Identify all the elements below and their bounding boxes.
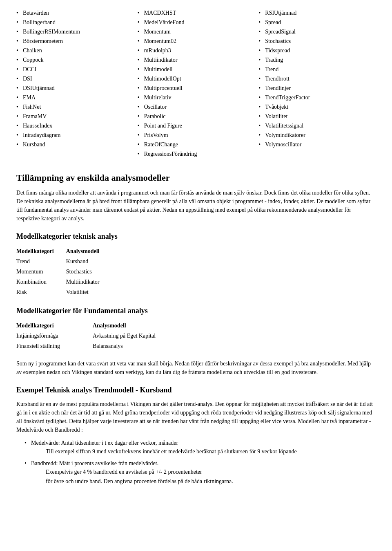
table-cell: Volatilitet xyxy=(66,287,112,297)
section5-title: Exempel Teknisk analys Trendmodell - Kur… xyxy=(16,385,376,396)
section2-table-body: TrendKursbandMomentumStochasticsKombinat… xyxy=(16,256,111,297)
table-cell: Kombination xyxy=(16,277,66,287)
list-item: RegressionsFörändring xyxy=(138,149,255,159)
column-3-list: RSIUtjämnadSpreadSpreadSignalStochastics… xyxy=(258,8,376,159)
list-item: Tidsspread xyxy=(258,46,376,55)
section3-col2-header: Analysmodell xyxy=(93,320,188,331)
list-item: Coppock xyxy=(16,55,134,65)
column-1-list: BetavärdenBollingerbandBollingerRSIMomen… xyxy=(16,8,134,159)
table-row: TrendKursband xyxy=(16,256,111,267)
list-item: Chaiken xyxy=(16,46,134,55)
section3-table-body: IntjäningsförmågaAvkastning på Eget Kapi… xyxy=(16,331,188,351)
table-cell: Risk xyxy=(16,287,66,297)
list-item: RateOfChange xyxy=(138,140,255,149)
list-item: Momentum02 xyxy=(138,36,255,46)
list-item: Medelvärde: Antal tidsenheter i t ex dag… xyxy=(24,437,376,458)
list-item: Bandbredd: Mätt i procents avvikelse frå… xyxy=(24,458,376,488)
list-item: RSIUtjämnad xyxy=(258,8,376,18)
table-row: IntjäningsförmågaAvkastning på Eget Kapi… xyxy=(16,331,188,341)
section2-title: Modellkategorier teknisk analys xyxy=(16,231,376,242)
list-item: Börstermometern xyxy=(16,36,134,46)
table-cell: Avkastning på Eget Kapital xyxy=(93,331,188,341)
table-cell: Multiindikator xyxy=(66,277,112,287)
section5-para1: Kursband är en av de mest populära model… xyxy=(16,400,376,434)
list-item: PrisVolym xyxy=(138,130,255,140)
table-cell: Finansiell ställning xyxy=(16,341,93,351)
list-item: Trading xyxy=(258,55,376,65)
table-cell: Balansanalys xyxy=(93,341,188,351)
list-item: Multiprocentuell xyxy=(138,83,255,93)
section3-col1-header: Modellkategori xyxy=(16,320,93,331)
list-item: DSI xyxy=(16,74,134,83)
list-item: FramaMV xyxy=(16,112,134,121)
bullet-sub: Till exempel siffran 9 med veckofrekvens… xyxy=(46,447,376,456)
table-row: KombinationMultiindikator xyxy=(16,277,111,287)
list-item: Trend xyxy=(258,65,376,74)
list-item: Volymoscillator xyxy=(258,140,376,149)
list-item: DCCI xyxy=(16,65,134,74)
section1-title: Tillämpning av enskilda analysmodeller xyxy=(16,171,376,184)
list-item: Parabolic xyxy=(138,112,255,121)
table-cell: Momentum xyxy=(16,267,66,277)
bullet-sub: Exempelvis ger 4 % bandbredd en avvikels… xyxy=(46,468,376,476)
table-row: RiskVolatilitet xyxy=(16,287,111,297)
list-item: BollingerRSIMomentum xyxy=(16,27,134,36)
list-item: Betavärden xyxy=(16,8,134,18)
list-item: Point and Figure xyxy=(138,121,255,130)
section2-col1-header: Modellkategori xyxy=(16,246,66,256)
section1-para1: Det finns många olika modeller att använ… xyxy=(16,188,376,223)
list-item: Spread xyxy=(258,18,376,27)
section2-col2-header: Analysmodell xyxy=(66,246,112,256)
list-item: Trendbrott xyxy=(258,74,376,83)
table-cell: Intjäningsförmåga xyxy=(16,331,93,341)
list-item: Volymindikatorer xyxy=(258,130,376,140)
list-item: mRudolph3 xyxy=(138,46,255,55)
section4-para1: Som ny i programmet kan det vara svårt a… xyxy=(16,359,376,376)
list-item: Multirelativ xyxy=(138,93,255,102)
section3-table: Modellkategori Analysmodell Intjäningsfö… xyxy=(16,320,188,351)
bullet-main: Bandbredd: Mätt i procents avvikelse frå… xyxy=(31,460,158,466)
indicator-columns: BetavärdenBollingerbandBollingerRSIMomen… xyxy=(16,8,376,159)
list-item: TrendTriggerFactor xyxy=(258,93,376,102)
list-item: Tvåobjekt xyxy=(258,102,376,112)
list-item: Momentum xyxy=(138,27,255,36)
section5-bullet-list: Medelvärde: Antal tidsenheter i t ex dag… xyxy=(24,437,376,488)
bullet-main: Medelvärde: Antal tidsenheter i t ex dag… xyxy=(31,440,178,446)
list-item: DSIUtjämnad xyxy=(16,83,134,93)
list-item: Kursband xyxy=(16,140,134,149)
list-item: FishNet xyxy=(16,102,134,112)
list-item: Multimodell xyxy=(138,65,255,74)
list-item: MedelVärdeFond xyxy=(138,18,255,27)
list-item: Stochastics xyxy=(258,36,376,46)
list-item: MACDXHST xyxy=(138,8,255,18)
table-cell: Stochastics xyxy=(66,267,112,277)
list-item: Volatilitet xyxy=(258,112,376,121)
list-item: SpreadSignal xyxy=(258,27,376,36)
list-item: Intradaydiagram xyxy=(16,130,134,140)
section3-title: Modellkategorier för Fundamental analys xyxy=(16,305,376,316)
section3-table-wrapper: Modellkategori Analysmodell Intjäningsfö… xyxy=(16,320,376,351)
list-item: Multiindikator xyxy=(138,55,255,65)
list-item: Trendlinjer xyxy=(258,83,376,93)
list-item: EMA xyxy=(16,93,134,102)
table-row: Finansiell ställningBalansanalys xyxy=(16,341,188,351)
table-cell: Kursband xyxy=(66,256,112,267)
bullet-sub: för övre och undre band. Den angivna pro… xyxy=(46,477,376,486)
section2-table: Modellkategori Analysmodell TrendKursban… xyxy=(16,246,111,297)
list-item: Volatilitetssignal xyxy=(258,121,376,130)
table-cell: Trend xyxy=(16,256,66,267)
list-item: Bollingerband xyxy=(16,18,134,27)
section2-table-wrapper: Modellkategori Analysmodell TrendKursban… xyxy=(16,246,376,297)
list-item: MultimodellOpt xyxy=(138,74,255,83)
list-item: HausseIndex xyxy=(16,121,134,130)
column-2-list: MACDXHSTMedelVärdeFondMomentumMomentum02… xyxy=(138,8,255,159)
table-row: MomentumStochastics xyxy=(16,267,111,277)
list-item: Oscillator xyxy=(138,102,255,112)
